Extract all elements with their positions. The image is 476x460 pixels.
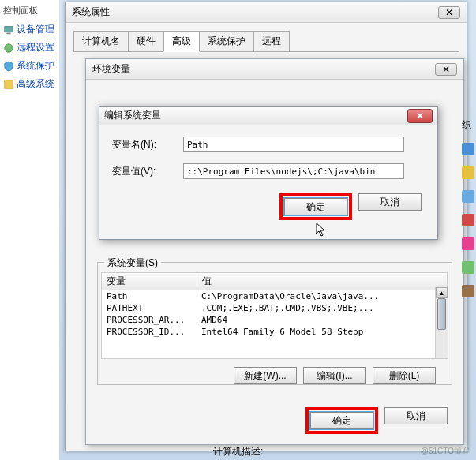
scrollbar[interactable]: ▲ [435,287,448,358]
highlight-box: 确定 [279,193,352,220]
svg-rect-3 [5,80,13,88]
table-row[interactable]: PROCESSOR_ID...Intel64 Family 6 Model 58… [102,326,448,338]
variable-value-label: 变量值(V): [112,165,183,178]
sidebar-item-advanced[interactable]: 高级系统 [3,77,56,91]
dialog-title: 系统属性 [72,6,110,19]
ok-button[interactable]: 确定 [310,412,373,429]
close-icon: ✕ [416,110,424,122]
highlight-box: 确定 [305,407,378,434]
edit-button[interactable]: 编辑(I)... [303,367,366,384]
system-variables-table: 变量 值 PathC:\ProgramData\Oracle\Java\java… [101,272,448,359]
app-icon[interactable] [462,166,474,179]
sidebar-item-remote[interactable]: 远程设置 [3,41,56,54]
tab-hardware[interactable]: 硬件 [128,31,164,51]
col-variable[interactable]: 变量 [102,273,197,290]
sidebar-item-device[interactable]: 设备管理 [3,23,56,36]
remote-icon [3,43,14,54]
cancel-button[interactable]: 取消 [358,193,422,211]
variable-name-label: 变量名(N): [112,138,183,151]
close-button[interactable]: ✕ [435,63,457,76]
svg-rect-0 [5,26,13,32]
dialog-title: 编辑系统变量 [104,109,161,122]
system-variables-group: 系统变量(S) 变量 值 PathC:\ProgramData\Oracle\J… [97,262,452,385]
ok-button[interactable]: 确定 [284,198,347,215]
shield-icon [3,61,14,72]
scroll-up-icon[interactable]: ▲ [436,287,448,298]
app-icon[interactable] [462,261,474,274]
right-icon-strip: 织 [462,118,476,309]
edit-variable-dialog: 编辑系统变量 ✕ 变量名(N): 变量值(V): 确定 取消 [99,106,438,240]
watermark: @51CTO博客 [421,446,470,457]
svg-rect-1 [6,32,10,34]
tab-protection[interactable]: 系统保护 [199,31,254,51]
group-label: 系统变量(S) [104,256,161,270]
tabs: 计算机名 硬件 高级 系统保护 远程 [73,31,459,52]
app-icon[interactable] [462,143,474,155]
computer-description-label: 计算机描述: [213,445,263,458]
app-icon[interactable] [462,190,474,203]
col-value[interactable]: 值 [197,273,448,290]
tab-remote[interactable]: 远程 [253,31,290,51]
table-row[interactable]: PROCESSOR_AR...AMD64 [102,314,448,326]
device-icon [3,24,14,36]
dialog-title: 环境变量 [92,62,130,76]
app-icon[interactable] [462,214,474,226]
table-row[interactable]: PATHEXT.COM;.EXE;.BAT;.CMD;.VBS;.VBE;... [102,302,448,314]
tab-advanced[interactable]: 高级 [163,31,200,52]
control-panel-sidebar: 控制面板 设备管理 远程设置 系统保护 高级系统 [0,0,59,460]
new-button[interactable]: 新建(W)... [234,367,297,384]
close-icon: ✕ [442,64,450,75]
sidebar-item-protection[interactable]: 系统保护 [3,59,56,73]
app-icon[interactable] [462,237,474,250]
variable-name-input[interactable] [183,137,404,152]
app-icon[interactable] [462,285,474,297]
svg-point-2 [5,43,13,52]
titlebar: 系统属性 ✕ [66,2,467,23]
close-button[interactable]: ✕ [407,109,433,123]
table-row[interactable]: PathC:\ProgramData\Oracle\Java\java... [102,290,448,303]
scroll-thumb[interactable] [437,298,446,330]
titlebar: 环境变量 ✕ [86,59,463,80]
cancel-button[interactable]: 取消 [384,407,448,424]
close-button[interactable]: ✕ [438,6,460,19]
advanced-icon [3,79,14,90]
variable-value-input[interactable] [183,163,404,179]
delete-button[interactable]: 删除(L) [373,367,436,384]
sidebar-title: 控制面板 [3,5,56,17]
close-icon: ✕ [445,7,453,18]
titlebar: 编辑系统变量 ✕ [99,107,437,125]
tab-computer-name[interactable]: 计算机名 [73,31,129,51]
